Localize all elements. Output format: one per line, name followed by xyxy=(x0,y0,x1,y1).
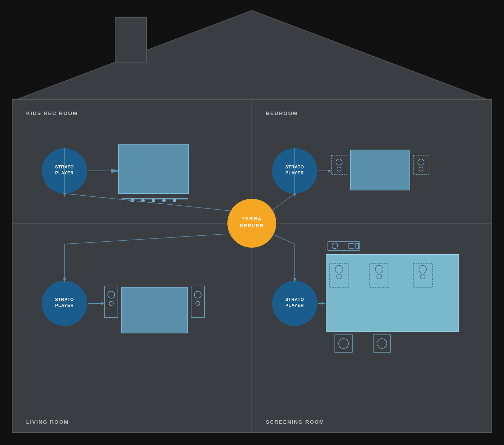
svg-rect-30 xyxy=(351,150,410,190)
svg-rect-55 xyxy=(326,255,459,331)
svg-text:PLAYER: PLAYER xyxy=(285,303,304,308)
svg-text:BEDROOM: BEDROOM xyxy=(266,110,298,116)
svg-text:STRATO: STRATO xyxy=(55,297,74,302)
svg-text:SERVER: SERVER xyxy=(240,223,264,228)
svg-rect-42 xyxy=(121,288,188,333)
svg-text:KIDS REC ROOM: KIDS REC ROOM xyxy=(26,110,78,116)
svg-text:LIVING ROOM: LIVING ROOM xyxy=(26,419,69,425)
main-container: KIDS REC ROOM BEDROOM LIVING ROOM SCREEN… xyxy=(0,0,504,445)
svg-text:SCREENING ROOM: SCREENING ROOM xyxy=(266,419,324,425)
svg-text:STRATO: STRATO xyxy=(285,297,304,302)
svg-text:PLAYER: PLAYER xyxy=(55,303,74,308)
svg-rect-2 xyxy=(115,17,146,63)
svg-text:TERRA: TERRA xyxy=(242,216,262,221)
svg-rect-13 xyxy=(119,145,188,194)
